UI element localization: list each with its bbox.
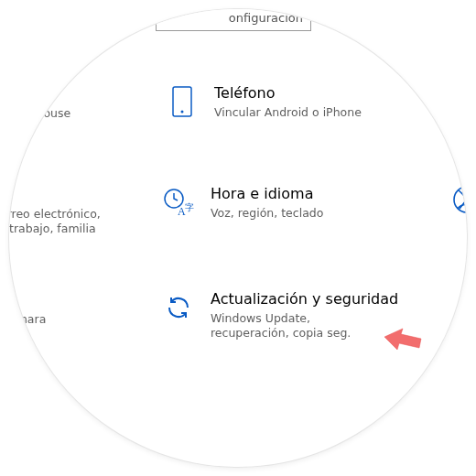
- settings-tile-update-security[interactable]: Actualización y seguridad Windows Update…: [163, 290, 398, 341]
- xbox-games-icon: [452, 185, 467, 218]
- settings-tile-time-language[interactable]: A 字 Hora e idioma Voz, región, teclado: [163, 185, 323, 221]
- privacy-desc-fragment: ámara: [9, 312, 46, 327]
- tile-title: Teléfono: [214, 84, 362, 103]
- settings-tile-phone[interactable]: Teléfono Vincular Android o iPhone: [167, 84, 362, 120]
- tile-desc: Vincular Android o iPhone: [214, 105, 362, 120]
- accounts-desc-fragment-line2: trabajo, familia: [9, 222, 96, 236]
- svg-text:字: 字: [185, 202, 194, 212]
- tile-desc: Windows Update, recuperación, copia seg.: [211, 311, 375, 341]
- tile-title: Hora e idioma: [211, 185, 323, 203]
- search-placeholder-fragment: onfiguración: [229, 11, 303, 25]
- callout-arrow-icon: [383, 326, 423, 353]
- svg-point-1: [181, 111, 184, 114]
- devices-desc-fragment: ras, mouse: [9, 106, 70, 121]
- svg-point-6: [461, 86, 467, 112]
- svg-point-5: [454, 86, 467, 112]
- time-language-icon: A 字: [163, 187, 194, 218]
- tile-title: Actualización y seguridad: [211, 290, 398, 308]
- phone-icon: [167, 86, 198, 117]
- tile-desc: Voz, región, teclado: [211, 206, 323, 221]
- globe-icon: [452, 84, 467, 117]
- search-input[interactable]: onfiguración: [156, 9, 311, 31]
- accounts-desc-fragment-line1: orreo electrónico,: [9, 207, 101, 222]
- update-sync-icon: [163, 292, 194, 323]
